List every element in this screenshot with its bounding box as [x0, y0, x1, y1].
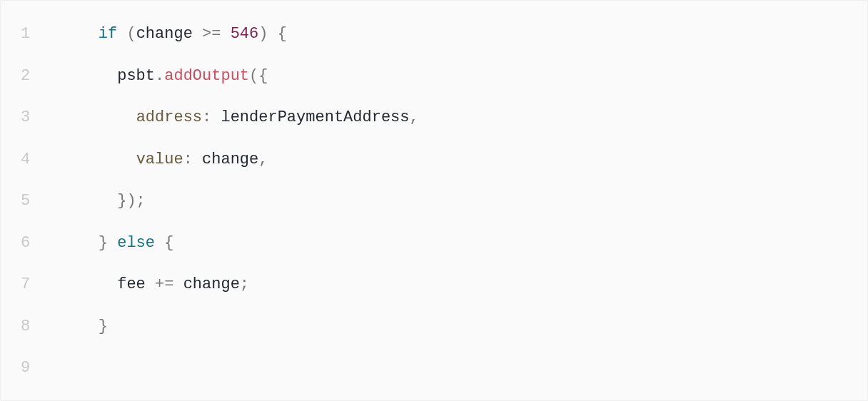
code-block: 1 if (change >= 546) {2 psbt.addOutput({…	[0, 0, 868, 401]
code-token: ({	[249, 67, 268, 85]
line-number: 1	[1, 14, 41, 56]
code-token: :	[183, 151, 193, 168]
code-line: 9	[1, 347, 867, 390]
code-token: address	[136, 108, 202, 126]
code-token: else	[117, 234, 155, 252]
code-content: if (change >= 546) {	[41, 14, 287, 56]
code-token: :	[202, 108, 211, 126]
line-number: 3	[1, 97, 41, 139]
code-token: >=	[202, 25, 221, 43]
code-token: ;	[240, 275, 249, 293]
code-token: )	[258, 25, 268, 43]
code-token: addOutput	[164, 67, 249, 85]
code-token: {	[278, 25, 287, 43]
code-token: 546	[231, 25, 259, 43]
line-number: 2	[1, 56, 41, 98]
code-line: 3 address: lenderPaymentAddress,	[1, 97, 867, 139]
code-token: change	[193, 151, 258, 168]
code-line: 8 }	[1, 306, 867, 348]
code-line: 1 if (change >= 546) {	[1, 14, 867, 56]
code-line: 2 psbt.addOutput({	[1, 56, 867, 98]
code-token	[268, 25, 277, 43]
code-content: }	[41, 306, 108, 348]
line-number: 6	[1, 223, 41, 265]
code-token	[221, 25, 230, 43]
code-token: .	[155, 67, 164, 85]
code-token: ,	[410, 108, 419, 126]
code-token: (	[126, 25, 136, 43]
code-token: value	[136, 151, 183, 168]
code-token: });	[117, 192, 146, 210]
code-content: });	[41, 181, 146, 223]
line-number: 4	[1, 139, 41, 181]
code-token: fee	[117, 275, 155, 293]
line-number: 9	[1, 347, 41, 390]
code-token	[117, 25, 126, 43]
code-line: 7 fee += change;	[1, 264, 867, 306]
code-token	[155, 234, 164, 252]
code-line: 6 } else {	[1, 223, 867, 265]
code-line: 5 });	[1, 181, 867, 223]
code-token: {	[164, 234, 173, 252]
code-token: change	[173, 275, 239, 293]
code-token: if	[99, 25, 117, 43]
code-token	[108, 234, 117, 252]
code-token: change	[136, 25, 202, 43]
code-token: }	[99, 234, 108, 252]
code-token: ,	[258, 151, 268, 168]
code-content: value: change,	[41, 139, 268, 181]
line-number: 7	[1, 264, 41, 306]
line-number: 8	[1, 306, 41, 348]
code-content: } else {	[41, 223, 173, 265]
line-number: 5	[1, 181, 41, 223]
code-content: fee += change;	[41, 264, 249, 306]
code-token: +=	[155, 275, 173, 293]
code-token: }	[99, 318, 108, 335]
code-token: lenderPaymentAddress	[211, 108, 409, 126]
code-token: psbt	[117, 67, 155, 85]
code-content: address: lenderPaymentAddress,	[41, 97, 419, 139]
code-content: psbt.addOutput({	[41, 56, 268, 98]
code-line: 4 value: change,	[1, 139, 867, 181]
